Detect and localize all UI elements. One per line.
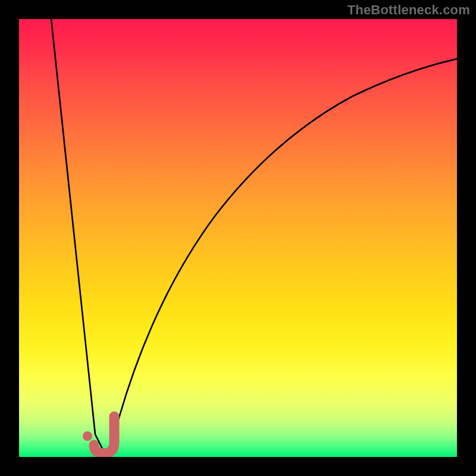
plot-area — [19, 19, 457, 457]
watermark-text: TheBottleneck.com — [347, 2, 470, 18]
marker-j-icon — [94, 416, 114, 453]
bottleneck-curve — [51, 19, 457, 450]
marker-dot-icon — [83, 431, 92, 441]
optimum-marker — [83, 416, 114, 453]
chart-frame: TheBottleneck.com — [0, 0, 476, 476]
curve-layer — [19, 19, 457, 457]
